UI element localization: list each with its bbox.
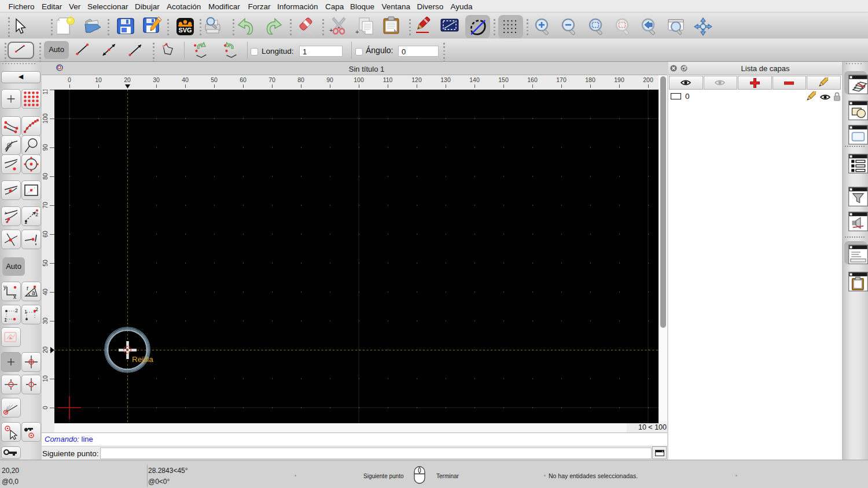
svg-text:2: 2 (35, 212, 38, 217)
svg-text:y: y (3, 284, 6, 290)
svg-text:1: 1 (24, 309, 27, 315)
svg-text:r: r (27, 285, 29, 291)
svg-text:2: 2 (35, 306, 38, 312)
svg-text:2: 2 (15, 308, 18, 313)
svg-text:1: 1 (24, 219, 27, 224)
svg-text:Rejilla: Rejilla (132, 355, 153, 364)
svg-text:+: + (329, 27, 333, 34)
svg-text:x: x (13, 294, 16, 300)
svg-text:+: + (355, 28, 359, 35)
svg-text:SVG: SVG (178, 27, 192, 34)
svg-text:1: 1 (4, 317, 7, 323)
svg-text:a: a (32, 290, 35, 296)
